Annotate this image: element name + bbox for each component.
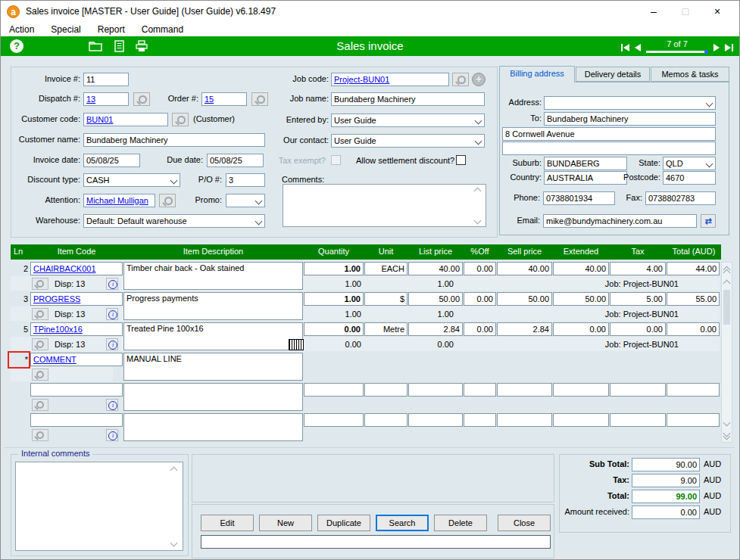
order-number-field[interactable]: 15: [201, 92, 247, 106]
item-description-cell[interactable]: MANUAL LINE: [123, 353, 303, 381]
menu-command[interactable]: Command: [133, 24, 192, 35]
sell-price-cell[interactable]: 2.84: [497, 322, 552, 336]
item-description-cell[interactable]: Timber chair back - Oak stained: [123, 262, 303, 290]
item-code-cell[interactable]: [30, 383, 123, 397]
quantity-cell[interactable]: [304, 413, 364, 427]
add-job-icon[interactable]: +: [472, 73, 486, 86]
fax-field[interactable]: 0738802783: [645, 191, 716, 205]
percent-off-cell[interactable]: [464, 383, 496, 397]
item-code-cell[interactable]: [30, 413, 123, 427]
address-street2-field[interactable]: [502, 142, 716, 155]
entered-by-select[interactable]: User Guide: [331, 114, 485, 127]
item-code-link[interactable]: CHAIRBACK001: [33, 264, 96, 273]
item-code-cell[interactable]: CHAIRBACK001: [30, 262, 123, 275]
extended-cell[interactable]: 50.00: [553, 292, 609, 306]
previous-record-icon[interactable]: [635, 44, 641, 51]
row-search-icon[interactable]: [32, 278, 48, 290]
customer-name-field[interactable]: Bundaberg Machinery: [83, 133, 265, 147]
minimize-icon[interactable]: –: [638, 1, 670, 22]
sell-price-cell[interactable]: 40.00: [497, 262, 552, 275]
dispatch-search-icon[interactable]: [133, 92, 150, 106]
attention-link[interactable]: Michael Mulligan: [86, 196, 148, 205]
job-code-link[interactable]: Project-BUN01: [334, 75, 389, 84]
dispatch-number-link[interactable]: 13: [86, 95, 95, 104]
menu-report[interactable]: Report: [89, 24, 133, 35]
percent-off-cell[interactable]: 0.00: [464, 262, 496, 275]
extended-cell[interactable]: 40.00: [553, 262, 609, 275]
promo-select[interactable]: [226, 194, 265, 207]
sell-price-cell[interactable]: [497, 383, 552, 397]
sell-price-cell[interactable]: [497, 413, 552, 427]
percent-off-cell[interactable]: [464, 413, 496, 427]
first-record-icon[interactable]: [621, 44, 629, 51]
order-number-link[interactable]: 15: [205, 95, 214, 104]
attention-search-icon[interactable]: [159, 194, 176, 207]
percent-off-cell[interactable]: 0.00: [464, 322, 496, 336]
last-record-icon[interactable]: [725, 44, 733, 51]
total-cell[interactable]: [667, 413, 720, 427]
tax-cell[interactable]: 4.00: [610, 262, 666, 275]
row-search-icon[interactable]: [32, 399, 48, 411]
next-record-icon[interactable]: [713, 44, 720, 51]
address-select[interactable]: [544, 96, 716, 110]
row-search-icon[interactable]: [32, 308, 48, 320]
item-code-link[interactable]: PROGRESS: [33, 294, 80, 303]
warehouse-select[interactable]: Default: Default warehouse: [83, 214, 265, 228]
scroll-down-icon[interactable]: [723, 419, 731, 427]
info-icon[interactable]: i: [106, 308, 118, 320]
customer-search-icon[interactable]: [172, 113, 189, 126]
allow-settlement-checkbox[interactable]: [456, 155, 466, 165]
info-icon[interactable]: i: [106, 278, 118, 290]
tax-cell[interactable]: 5.00: [610, 292, 666, 306]
item-code-cell[interactable]: PROGRESS: [30, 292, 123, 306]
item-code-link[interactable]: COMMENT: [33, 355, 76, 364]
total-cell[interactable]: [667, 383, 720, 397]
row-search-icon[interactable]: [32, 369, 48, 381]
table-scrollbar[interactable]: [721, 262, 732, 443]
customer-code-field[interactable]: BUN01: [83, 113, 168, 126]
invoice-number-field[interactable]: 11: [83, 73, 129, 86]
email-sync-icon[interactable]: ⇄: [701, 214, 716, 228]
edit-button[interactable]: Edit: [201, 515, 254, 531]
item-code-link[interactable]: TPine100x16: [33, 325, 83, 334]
row-search-icon[interactable]: [32, 429, 48, 441]
menu-action[interactable]: Action: [1, 24, 42, 35]
new-button[interactable]: New: [259, 515, 312, 531]
list-price-cell[interactable]: 40.00: [408, 262, 463, 275]
sell-price-cell[interactable]: 50.00: [497, 292, 552, 306]
address-to-field[interactable]: Bundaberg Machinery: [544, 112, 716, 126]
list-price-cell[interactable]: [408, 383, 463, 397]
tab-memos-tasks[interactable]: Memos & tasks: [651, 67, 729, 82]
postcode-field[interactable]: 4670: [663, 171, 716, 185]
status-input[interactable]: [201, 535, 551, 549]
unit-cell[interactable]: [364, 383, 407, 397]
item-code-cell[interactable]: COMMENT: [30, 353, 123, 366]
customer-code-link[interactable]: BUN01: [86, 115, 113, 124]
po-number-field[interactable]: 3: [226, 173, 265, 187]
tax-cell[interactable]: [610, 383, 666, 397]
menu-special[interactable]: Special: [42, 24, 89, 35]
list-price-cell[interactable]: 50.00: [408, 292, 463, 306]
order-search-icon[interactable]: [251, 92, 268, 106]
quantity-cell[interactable]: 1.00: [304, 292, 364, 306]
discount-type-select[interactable]: CASH: [83, 173, 180, 187]
item-description-cell[interactable]: [123, 413, 303, 441]
tab-billing-address[interactable]: Billing address: [499, 66, 575, 82]
suburb-field[interactable]: BUNDABERG: [544, 157, 627, 170]
extended-cell[interactable]: 0.00: [553, 322, 609, 336]
percent-off-cell[interactable]: 0.00: [464, 292, 496, 306]
duplicate-button[interactable]: Duplicate: [317, 515, 370, 531]
address-street-field[interactable]: 8 Cornwell Avenue: [502, 127, 716, 141]
quantity-cell[interactable]: [304, 383, 364, 397]
unit-cell[interactable]: [364, 413, 407, 427]
record-position-slider[interactable]: 7 of 7: [646, 42, 708, 53]
email-field[interactable]: mike@bundymachinery.com.au: [543, 214, 697, 228]
search-button[interactable]: Search: [376, 515, 429, 531]
item-description-cell[interactable]: Treated Pine 100x16: [123, 322, 303, 350]
list-price-cell[interactable]: [408, 413, 463, 427]
comments-textarea[interactable]: [283, 184, 486, 227]
unit-cell[interactable]: EACH: [364, 262, 407, 275]
info-icon[interactable]: i: [106, 399, 118, 411]
item-description-cell[interactable]: Progress payments: [123, 292, 303, 320]
unit-cell[interactable]: Metre: [364, 322, 407, 336]
